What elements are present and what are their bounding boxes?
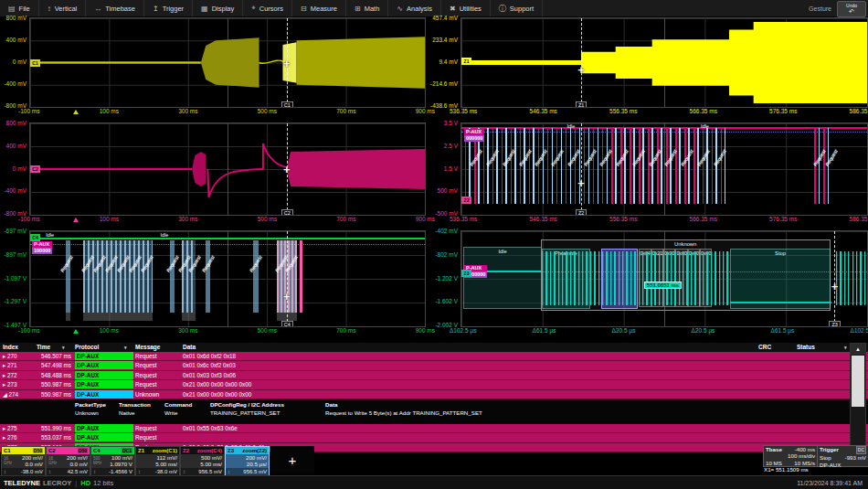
c4-trace-indicator[interactable]: C4 xyxy=(30,234,40,241)
menu-cursors[interactable]: ⌖Cursors xyxy=(243,0,292,16)
grid-c2: 800 mV400 mV0 mV-400 mV-800 mV C2 C2 + -… xyxy=(0,122,426,227)
c4-burst-stub xyxy=(66,313,71,320)
expand-icon[interactable]: ▸ xyxy=(3,372,5,378)
c1-waveform xyxy=(30,18,425,107)
c4-plot[interactable]: Request Request Request Request Request … xyxy=(29,230,426,327)
table-row[interactable]: ▸ 271 547.498 ms DP-AUX Request 0x01 0x6… xyxy=(0,361,868,370)
descriptor-c2[interactable]: C2D50 200 mV/ 0.0 mV 16GHz ↕42.5 mV xyxy=(46,446,90,476)
tick-label: 3.5 V xyxy=(444,120,458,126)
c1-x-axis: -100 ms100 ms300 ms500 ms700 ms900 ms xyxy=(18,108,435,114)
z3-x-axis: Δ102.5 µsΔ61.5 µsΔ20.5 µsΔ20.5 µsΔ61.5 µ… xyxy=(450,327,868,334)
z1-plot[interactable]: Z1 Z1 + xyxy=(460,17,868,108)
offset-icon: ↕ xyxy=(93,468,96,475)
col-message[interactable]: Message xyxy=(135,343,160,352)
tick-label: 400 mV xyxy=(6,37,26,43)
c2-cursor-label: C2 xyxy=(281,209,293,216)
tick-label: 536.35 ms xyxy=(450,216,477,222)
col-status[interactable]: Status xyxy=(797,343,815,352)
undo-button[interactable]: Undo ↶ xyxy=(837,1,866,17)
col-crc[interactable]: CRC xyxy=(758,343,771,352)
row-index: 275 xyxy=(7,425,17,431)
tick-label: 500 mV xyxy=(438,187,458,194)
tick-label: 500 ms xyxy=(258,327,277,334)
protocol-chip: DP-AUX xyxy=(75,352,133,360)
descriptor-c4[interactable]: C4DC1 100 mV/ 1.0970 V 500MHz ↕-1.4566 V xyxy=(90,446,135,476)
menu-vertical[interactable]: ↕Vertical xyxy=(39,0,87,16)
scroll-up-icon[interactable]: ▲ xyxy=(851,344,865,355)
descriptor-z3-selected[interactable]: Z3zoom(Z2) 200 mV/ 20.5 µs/ ↕956.5 mV xyxy=(225,446,270,476)
row-index: 273 xyxy=(7,381,17,388)
tick-label: Δ102.5 µs xyxy=(450,327,476,334)
menu-display[interactable]: ▦Display xyxy=(193,0,243,16)
z1-trace-indicator[interactable]: Z1 xyxy=(461,58,471,65)
col-protocol[interactable]: Protocol xyxy=(75,343,99,352)
status-bar: TELEDYNE LECROY | HD 12 bits 11/23/2024 … xyxy=(0,475,868,489)
table-row[interactable]: ▸ 273 550.987 ms DP-AUX Request 0x21 0x0… xyxy=(0,380,868,389)
tick-label: Δ61.5 µs xyxy=(771,327,795,334)
tick-label: 586.35 ms xyxy=(850,216,868,222)
col-data[interactable]: Data xyxy=(183,343,196,352)
table-row[interactable]: ▸ 275 551.990 ms DP-AUX Request 0x01 0x5… xyxy=(0,424,868,433)
expand-icon[interactable]: ▸ xyxy=(3,425,5,431)
z2-time-cursor[interactable]: Z2 xyxy=(581,123,582,215)
channel-id: C4 xyxy=(93,448,101,453)
trigger-box[interactable]: TriggerDC Stop-993 mV DP-AUX xyxy=(817,445,868,467)
c4-time-cursor[interactable]: C4 xyxy=(287,231,288,326)
table-row[interactable]: ▸ 272 548.488 ms DP-AUX Request 0x01 0x0… xyxy=(0,371,868,380)
tick-label: Δ102.5 µs xyxy=(851,327,868,334)
c4-decode-burst xyxy=(253,240,259,313)
table-scrollbar[interactable]: ▲ xyxy=(850,343,866,447)
c2-trace-indicator[interactable]: C2 xyxy=(30,165,40,173)
analysis-icon: ∿ xyxy=(397,5,403,13)
protocol-decode-table: Index Time ▾ Protocol ▾ Message Data CRC… xyxy=(0,343,868,446)
tick-label: 576.35 ms xyxy=(769,216,797,222)
table-row-expanded[interactable]: ◢ 274 550.987 ms DP-AUX Unknown 0x21 0x0… xyxy=(0,390,868,399)
protocol-chip: DP-AUX xyxy=(75,424,133,432)
menu-timebase[interactable]: ↔Timebase xyxy=(86,0,144,16)
menu-support[interactable]: ⓘSupport xyxy=(491,0,543,16)
z2-trace-indicator[interactable]: Z2 xyxy=(461,197,471,204)
descriptor-z1[interactable]: Z1zoom(C1) 112 mV/ 5.00 ms/ ↕-38.0 mV xyxy=(135,446,180,476)
menu-measure[interactable]: ⊟Measure xyxy=(292,0,346,16)
z3-trace-indicator[interactable]: Z3 xyxy=(461,270,471,277)
tick-label: -400 mV xyxy=(4,187,26,194)
scrollbar-thumb[interactable] xyxy=(852,356,864,407)
c1-plot[interactable]: C1 C1 + xyxy=(29,17,426,108)
c4-burst-stub xyxy=(182,313,196,320)
row-index: 270 xyxy=(7,353,17,359)
row-time: 546.507 ms xyxy=(26,352,71,360)
c2-plot[interactable]: C2 C2 + xyxy=(29,122,426,216)
tick-label: -100 ms xyxy=(18,108,39,114)
timebase-box[interactable]: Tbase-400 ms 100 ms/div 10 MS10 MS/s xyxy=(763,445,818,467)
menu-math[interactable]: ⊞Math xyxy=(346,0,388,16)
menu-trigger-label: Trigger xyxy=(163,5,184,13)
row-message: Request xyxy=(135,424,156,432)
expand-icon[interactable]: ▸ xyxy=(3,434,5,441)
zoom-source: zoom(Z2) xyxy=(242,448,267,453)
descriptor-z2[interactable]: Z2zoom(C4) 500 mV/ 5.00 ms/ ↕956.5 mV xyxy=(180,446,225,476)
menu-vertical-label: Vertical xyxy=(55,5,78,13)
menu-trigger[interactable]: ↥Trigger xyxy=(144,0,193,16)
oscilloscope-screen: ▤File ↕Vertical ↔Timebase ↥Trigger ▦Disp… xyxy=(0,0,868,489)
collapse-icon[interactable]: ◢ xyxy=(3,391,7,398)
tick-label: 700 ms xyxy=(336,108,355,114)
col-index[interactable]: Index xyxy=(3,343,18,352)
expand-icon[interactable]: ▸ xyxy=(3,362,5,368)
tick-label: -1.602 V xyxy=(435,298,458,304)
col-time[interactable]: Time xyxy=(37,343,50,352)
detail-col-packettype: PacketType xyxy=(75,401,106,408)
tick-label: 800 mV xyxy=(6,15,26,21)
table-row[interactable]: ▸ 270 546.507 ms DP-AUX Request 0x01 0x6… xyxy=(0,352,868,361)
z2-plot[interactable]: Request Request Request Request Request … xyxy=(460,122,868,216)
add-trace-button[interactable]: + xyxy=(270,446,314,474)
protocol-chip: DP-AUX xyxy=(75,361,133,369)
c1-trace-indicator[interactable]: C1 xyxy=(30,59,40,67)
descriptor-c1[interactable]: C1D50 200 mV/ 0.0 mV 16GHz ↕-38.0 mV xyxy=(1,446,46,476)
undo-icon: ↶ xyxy=(849,8,854,15)
row-data: 0x01 0x6d 0xf2 0x18 xyxy=(183,352,236,360)
expand-icon[interactable]: ▸ xyxy=(3,353,5,359)
detail-command: Write xyxy=(164,409,177,416)
z3-plot[interactable]: Idle Unknown Preamble 0x040x210x000x000x… xyxy=(460,230,868,327)
expand-icon[interactable]: ▸ xyxy=(3,381,5,388)
table-row[interactable]: ▸ 276 553.037 ms DP-AUX Request xyxy=(0,433,868,442)
